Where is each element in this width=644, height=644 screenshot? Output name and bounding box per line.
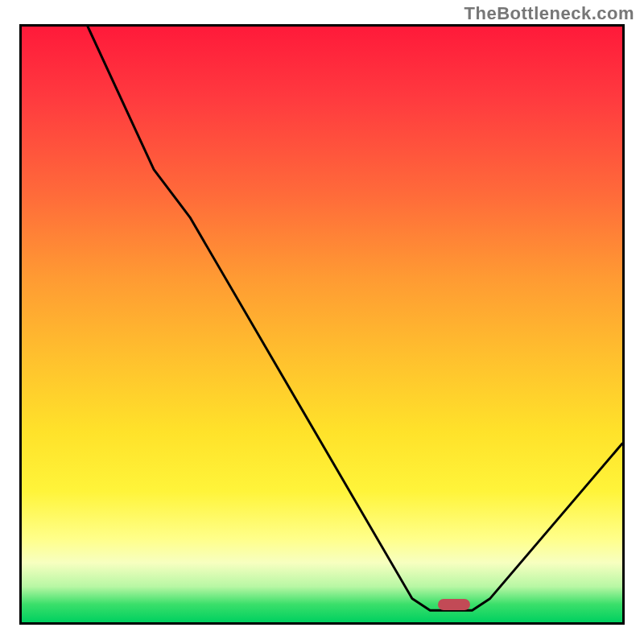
chart-container: TheBottleneck.com (0, 0, 644, 644)
optimum-marker (438, 599, 470, 610)
curve-path (88, 27, 622, 610)
plot-area (19, 24, 625, 625)
watermark-text: TheBottleneck.com (464, 3, 634, 24)
line-curve (22, 27, 622, 622)
